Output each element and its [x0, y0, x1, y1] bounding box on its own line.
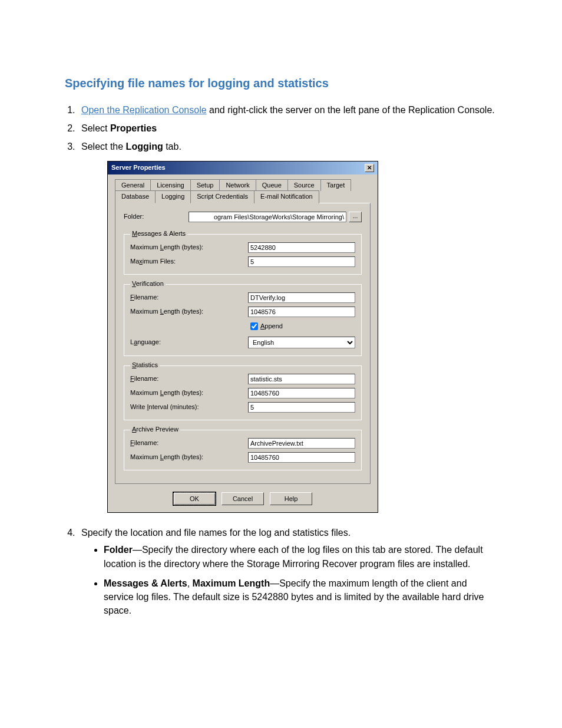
bullet-folder-bold: Folder: [104, 545, 133, 555]
ma-maxfiles-input[interactable]: [248, 256, 355, 267]
ver-language-label: Language:: [130, 338, 248, 347]
archive-preview-group: Archive Preview Filename: Maximum Length…: [124, 425, 362, 470]
tab-queue[interactable]: Queue: [256, 179, 288, 192]
stat-filename-input[interactable]: [248, 374, 355, 384]
dialog-title: Server Properties: [111, 163, 166, 173]
bullet-b2-bold2: Maximum Length: [193, 578, 270, 588]
ver-maxlen-label: Maximum Length (bytes):: [130, 307, 248, 317]
step-4-text: Specify the location and file names for …: [81, 528, 351, 538]
ver-append-label: Append: [260, 322, 283, 331]
step-1: Open the Replication Console and right-c…: [78, 103, 497, 117]
page-heading: Specifying file names for logging and st…: [65, 77, 497, 90]
folder-row: Folder: ...: [124, 212, 362, 222]
stat-filename-label: Filename:: [130, 374, 248, 384]
dialog-button-row: OK Cancel Help: [115, 492, 371, 505]
bullet-folder: Folder—Specify the directory where each …: [104, 543, 497, 570]
statistics-group: Statistics Filename: Maximum Length (byt…: [124, 361, 362, 420]
tab-setup[interactable]: Setup: [190, 179, 220, 192]
tab-logging[interactable]: Logging: [155, 190, 191, 203]
step-1-rest: and right-click the server on the left p…: [207, 105, 495, 115]
dialog-titlebar: Server Properties ✕: [108, 162, 378, 174]
arch-maxlen-label: Maximum Length (bytes):: [130, 453, 248, 462]
step-3-bold: Logging: [126, 141, 163, 151]
folder-label: Folder:: [124, 212, 189, 222]
browse-button[interactable]: ...: [349, 212, 362, 222]
step-4: Specify the location and file names for …: [78, 526, 497, 617]
ver-append-checkbox[interactable]: [250, 322, 258, 330]
step-2-bold: Properties: [110, 123, 157, 133]
bullet-messages-maxlen: Messages & Alerts, Maximum Length—Specif…: [104, 577, 497, 618]
ma-maxfiles-label: Maximum Files:: [130, 257, 248, 266]
step-3-pre: Select the: [81, 141, 126, 151]
stat-maxlen-input[interactable]: [248, 388, 355, 398]
cancel-button[interactable]: Cancel: [222, 492, 264, 505]
ver-maxlen-input[interactable]: [248, 307, 355, 317]
step-2: Select Properties: [78, 121, 497, 135]
ver-language-select[interactable]: English: [248, 337, 355, 348]
close-icon[interactable]: ✕: [365, 164, 374, 172]
tab-network[interactable]: Network: [219, 179, 256, 192]
stat-writeint-label: Write Interval (minutes):: [130, 403, 248, 412]
ver-filename-label: Filename:: [130, 293, 248, 302]
tab-row-2: Database Logging Script Credentials E-ma…: [115, 190, 371, 203]
verification-legend: Verification: [130, 279, 166, 289]
stat-maxlen-label: Maximum Length (bytes):: [130, 388, 248, 398]
archive-preview-legend: Archive Preview: [130, 425, 180, 434]
logging-panel: Folder: ... Messages & Alerts Maximum Le…: [115, 203, 371, 484]
steps-list: Open the Replication Console and right-c…: [78, 103, 497, 617]
bullet-b2-sep: ,: [187, 578, 193, 588]
tab-email-notification[interactable]: E-mail Notification: [254, 190, 319, 203]
server-properties-dialog: Server Properties ✕ General Licensing Se…: [107, 161, 378, 513]
ma-maxlen-label: Maximum Length (bytes):: [130, 243, 248, 252]
step-2-pre: Select: [81, 123, 110, 133]
arch-maxlen-input[interactable]: [248, 452, 355, 463]
open-replication-console-link[interactable]: Open the Replication Console: [81, 105, 207, 115]
step-3-post: tab.: [163, 141, 181, 151]
verification-group: Verification Filename: Maximum Length (b…: [124, 279, 362, 356]
ver-filename-input[interactable]: [248, 292, 355, 303]
bullet-folder-text: —Specify the directory where each of the…: [104, 545, 483, 568]
messages-alerts-group: Messages & Alerts Maximum Length (bytes)…: [124, 229, 362, 275]
tab-target[interactable]: Target: [320, 179, 352, 192]
arch-filename-label: Filename:: [130, 439, 248, 448]
arch-filename-input[interactable]: [248, 438, 355, 449]
tab-source[interactable]: Source: [287, 179, 321, 192]
step-3: Select the Logging tab. Server Propertie…: [78, 140, 497, 513]
messages-alerts-legend: Messages & Alerts: [130, 229, 187, 239]
dialog-body: General Licensing Setup Network Queue So…: [108, 174, 378, 513]
step-4-bullets: Folder—Specify the directory where each …: [104, 543, 497, 617]
help-button[interactable]: Help: [270, 492, 312, 505]
ma-maxlen-input[interactable]: [248, 242, 355, 253]
stat-writeint-input[interactable]: [248, 402, 355, 413]
tab-general[interactable]: General: [115, 179, 151, 192]
tab-row-1: General Licensing Setup Network Queue So…: [115, 179, 371, 192]
ok-button[interactable]: OK: [173, 492, 216, 505]
tab-licensing[interactable]: Licensing: [150, 179, 190, 192]
folder-input[interactable]: [189, 212, 346, 222]
tab-script-credentials[interactable]: Script Credentials: [190, 190, 254, 203]
tab-database[interactable]: Database: [115, 190, 156, 203]
bullet-b2-bold1: Messages & Alerts: [104, 578, 187, 588]
statistics-legend: Statistics: [130, 361, 160, 370]
